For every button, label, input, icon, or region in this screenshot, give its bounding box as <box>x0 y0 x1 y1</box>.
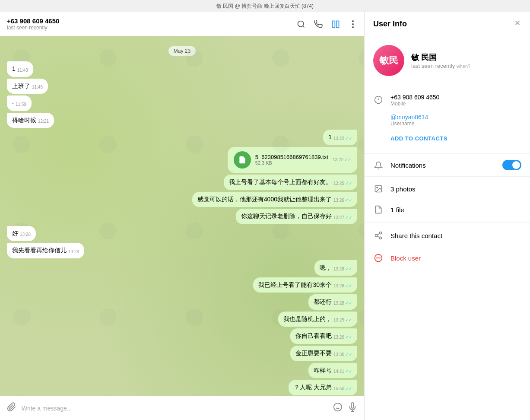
message-text: ？人呢 大兄弟 <box>294 383 332 392</box>
files-row[interactable]: 1 file <box>373 199 521 220</box>
message-bubble: 我已经上号看了能有30来个 13:28 ✓✓ <box>253 277 357 293</box>
block-user-label: Block user <box>390 255 421 262</box>
message-bubble: · 11:59 <box>7 95 32 111</box>
message-text: 你自己看看吧 <box>295 332 332 340</box>
svg-point-17 <box>377 187 378 188</box>
message-meta: 13:29 ✓✓ <box>333 334 352 340</box>
top-bar: 敏 民国 @ 博弈号商 晚上回复白天忙 (874) <box>0 0 530 12</box>
more-icon[interactable] <box>349 20 357 29</box>
attachment-icon[interactable] <box>7 402 16 414</box>
message-text: · <box>12 99 14 108</box>
block-icon <box>373 253 384 263</box>
avatar-info: 敏 民国 last seen recently when? <box>411 52 521 69</box>
message-text: 好 <box>12 229 18 238</box>
close-icon[interactable] <box>514 19 521 29</box>
message-text: 金正恩要不要 <box>295 349 332 358</box>
avatar-status: last seen recently when? <box>411 63 521 69</box>
block-user-row[interactable]: Block user <box>373 247 521 269</box>
username-label: Username <box>390 121 521 127</box>
emoji-icon[interactable] <box>333 402 343 414</box>
panel-title: User Info <box>373 19 514 29</box>
svg-point-3 <box>352 20 354 22</box>
message-bubble: 感觉可以的话，他那还有4000我就让他整理出来了 13:26 ✓✓ <box>192 192 357 207</box>
svg-point-19 <box>375 235 378 237</box>
info-circle-icon <box>373 95 384 105</box>
notifications-section: Notifications <box>365 154 530 176</box>
username-info-row: @moyan0614 Username <box>373 110 521 130</box>
message-meta: 13:28 <box>20 232 31 238</box>
svg-rect-1 <box>333 21 335 27</box>
message-meta: 15:50 ✓✓ <box>333 386 352 392</box>
message-meta: 11:45 <box>32 84 43 90</box>
svg-point-5 <box>352 26 354 28</box>
svg-point-4 <box>352 23 354 25</box>
top-bar-text: 敏 民国 @ 博弈号商 晚上回复白天忙 (874) <box>216 3 314 10</box>
phone-icon[interactable] <box>314 20 323 29</box>
message-meta: 13:28 ✓✓ <box>333 300 352 306</box>
phone-info-content: +63 908 609 4650 Mobile <box>390 94 521 107</box>
search-icon[interactable] <box>297 20 305 29</box>
share-contact-row[interactable]: Share this contact <box>373 224 521 247</box>
message-row: 1 13:22 ✓✓ <box>7 130 357 145</box>
message-bubble: 嗯， 13:28 ✓✓ <box>314 260 357 276</box>
status-text: last seen recently <box>411 63 455 69</box>
chat-header-actions <box>297 20 357 29</box>
message-meta: 13:22 ✓✓ <box>333 136 352 142</box>
photos-label: 3 photos <box>390 185 521 193</box>
svg-point-6 <box>334 403 342 411</box>
message-row: 感觉可以的话，他那还有4000我就让他整理出来了 13:26 ✓✓ <box>7 192 357 207</box>
message-bubble: 好 13:28 <box>7 226 36 242</box>
action-section: Share this contact Block user <box>365 223 530 271</box>
message-row: 嗯， 13:28 ✓✓ <box>7 260 357 276</box>
avatar-section: 敏民 敏 民国 last seen recently when? <box>365 36 530 85</box>
svg-line-22 <box>377 233 380 235</box>
file-name: 5_6230985166869761839.txt <box>255 154 328 160</box>
username-link[interactable]: @moyan0614 <box>390 114 521 121</box>
message-text: 我上号看了基本每个号上面都有好友。 <box>229 178 332 187</box>
phone-number: +63 908 609 4650 <box>390 94 521 101</box>
chat-input-bar <box>0 396 364 420</box>
chat-messages[interactable]: May 23 1 11:43 上班了 11:45 <box>0 36 364 396</box>
message-meta: 14:21 ✓✓ <box>333 369 352 375</box>
message-bubble: 咋样号 14:21 ✓✓ <box>308 363 357 379</box>
layout-icon[interactable] <box>331 20 340 29</box>
message-row: 得啥时候 12:21 <box>7 113 357 128</box>
avatar: 敏民 <box>373 45 404 76</box>
notifications-toggle[interactable] <box>502 160 521 170</box>
photos-row[interactable]: 3 photos <box>373 178 521 199</box>
message-bubble: 得啥时候 12:21 <box>7 113 54 128</box>
message-row: 我已经上号看了能有30来个 13:28 ✓✓ <box>7 277 357 293</box>
svg-rect-2 <box>336 21 339 27</box>
message-meta: 13:27 ✓✓ <box>333 215 352 221</box>
chat-header-info: +63 908 609 4650 last seen recently <box>7 17 297 31</box>
chat-area: +63 908 609 4650 last seen recently <box>0 12 364 420</box>
message-meta: 13:28 ✓✓ <box>333 283 352 289</box>
message-meta: 13:29 ✓✓ <box>333 317 352 323</box>
file-size: 52.3 KB <box>255 160 328 165</box>
add-to-contacts-button[interactable]: ADD TO CONTACTS <box>390 134 447 143</box>
message-meta: 12:21 <box>38 118 49 124</box>
media-section: 3 photos 1 file <box>365 177 530 222</box>
svg-point-18 <box>380 232 382 234</box>
svg-point-20 <box>380 237 382 239</box>
message-bubble: 都还行 13:28 ✓✓ <box>308 294 357 310</box>
message-bubble: 1 13:22 ✓✓ <box>323 130 357 145</box>
message-row: 1 11:43 <box>7 61 357 77</box>
message-meta: 13:26 ✓✓ <box>333 197 352 204</box>
message-text: 咋样号 <box>314 366 332 375</box>
add-contact-row: ADD TO CONTACTS <box>373 130 521 148</box>
chat-contact-status: last seen recently <box>7 25 297 31</box>
message-row: 5_6230985166869761839.txt 52.3 KB 13:22 … <box>7 147 357 173</box>
username-info-content: @moyan0614 Username <box>390 114 521 127</box>
message-meta: 13:25 ✓✓ <box>333 181 352 187</box>
message-text: 1 <box>328 133 332 142</box>
message-bubble: ？人呢 大兄弟 15:50 ✓✓ <box>289 380 357 395</box>
date-divider: May 23 <box>7 47 357 54</box>
message-bubble: 你自己看看吧 13:29 ✓✓ <box>290 328 357 344</box>
microphone-icon[interactable] <box>348 402 357 414</box>
message-input[interactable] <box>22 405 328 412</box>
message-row: 你这聊天记录老删除，自己保存好 13:27 ✓✓ <box>7 209 357 224</box>
user-info-panel: User Info 敏民 敏 民国 last seen recently whe… <box>364 12 530 420</box>
message-meta: 13:28 <box>68 249 79 255</box>
file-bubble[interactable]: 5_6230985166869761839.txt 52.3 KB 13:22 … <box>228 147 357 173</box>
